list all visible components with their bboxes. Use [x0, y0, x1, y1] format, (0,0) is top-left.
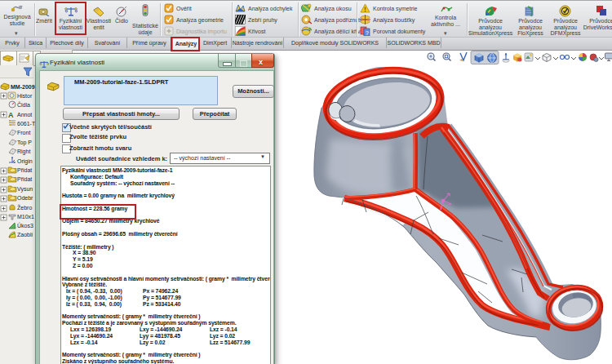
svg-text:A: A	[8, 111, 14, 119]
